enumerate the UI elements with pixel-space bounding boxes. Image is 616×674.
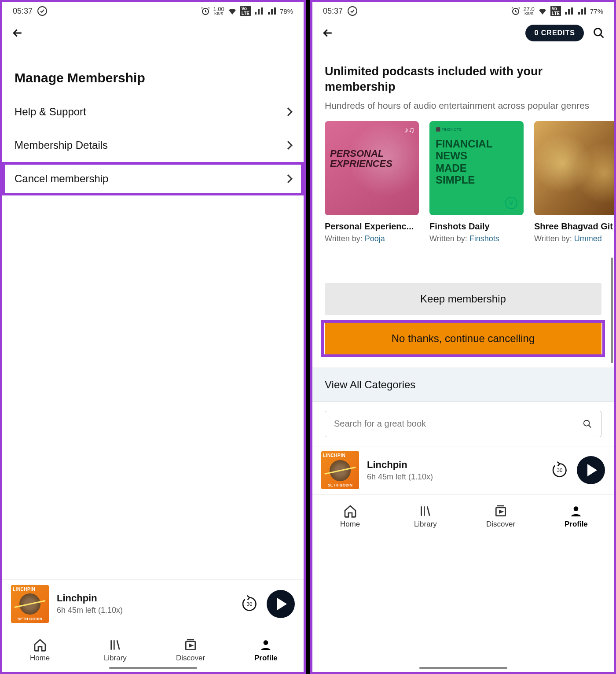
- library-icon: [108, 638, 122, 652]
- svg-point-0: [38, 7, 47, 15]
- bottom-nav: Home Library Discover Profile: [312, 494, 614, 538]
- page-title: Manage Membership: [2, 46, 304, 95]
- player-title: Linchpin: [57, 593, 123, 604]
- nav-profile[interactable]: Profile: [228, 628, 304, 672]
- play-icon: [587, 464, 597, 476]
- discover-icon: [494, 504, 508, 518]
- svg-point-11: [574, 506, 579, 511]
- player-cover: LINCHPIN SETH GODIN: [321, 451, 359, 489]
- svg-text:30: 30: [247, 601, 253, 607]
- podcast-cover: ⬛ FINSHOTS FINANCIAL NEWS MADE SIMPLE 🎙: [429, 121, 524, 215]
- play-icon: [277, 598, 287, 610]
- player-subtitle: 6h 45m left (1.10x): [367, 472, 433, 482]
- row-help-support[interactable]: Help & Support: [2, 95, 304, 129]
- volte-badge: VoLTE: [240, 6, 251, 16]
- network-speed: 27.0KB/S: [524, 6, 535, 16]
- alarm-icon: [200, 6, 211, 16]
- nav-library[interactable]: Library: [388, 495, 463, 538]
- home-icon: [33, 638, 47, 652]
- svg-text:30: 30: [557, 468, 563, 473]
- row-membership-details[interactable]: Membership Details: [2, 129, 304, 162]
- podcast-author: Written by: Pooja: [325, 234, 419, 243]
- podcast-card[interactable]: ⬛ FINSHOTS FINANCIAL NEWS MADE SIMPLE 🎙 …: [429, 121, 524, 243]
- podcast-cover: ♪♫ PERSONAL EXPRIENCES: [325, 121, 419, 215]
- podcast-title: Personal Experienc...: [325, 221, 419, 232]
- podcast-author: Written by: Ummed: [534, 234, 614, 243]
- back-icon[interactable]: [11, 26, 24, 40]
- network-speed: 1.00KB/S: [213, 6, 224, 16]
- svg-point-4: [264, 640, 268, 645]
- svg-point-7: [594, 29, 601, 36]
- skip-back-30-button[interactable]: 30: [240, 595, 259, 613]
- search-icon: [583, 419, 592, 429]
- row-label: Cancel membership: [15, 173, 108, 185]
- status-time: 05:37: [13, 7, 33, 16]
- play-button[interactable]: [577, 456, 605, 484]
- section-subtitle: Hundreds of hours of audio entertainment…: [312, 97, 614, 121]
- battery-percent: 78%: [280, 7, 293, 15]
- status-bar: 05:37 1.00KB/S VoLTE 78%: [2, 2, 304, 20]
- chevron-right-icon: [284, 174, 293, 183]
- status-check-icon: [37, 6, 48, 16]
- signal-icon: [564, 6, 574, 16]
- volte-badge: VoLTE: [550, 6, 561, 16]
- search-input[interactable]: [334, 419, 583, 429]
- navbar: 0 CREDITS: [312, 20, 614, 46]
- podcast-card[interactable]: Shree Bhagvad Git Written by: Ummed: [534, 121, 614, 243]
- wifi-icon: [227, 6, 238, 16]
- chevron-right-icon: [284, 107, 293, 116]
- nav-home[interactable]: Home: [2, 628, 77, 672]
- nav-discover[interactable]: Discover: [153, 628, 228, 672]
- podcast-title: Finshots Daily: [429, 221, 524, 232]
- player-cover: LINCHPIN SETH GODIN: [11, 585, 49, 623]
- nav-profile[interactable]: Profile: [539, 495, 614, 538]
- credits-pill[interactable]: 0 CREDITS: [525, 25, 584, 41]
- signal-icon: [253, 6, 264, 16]
- skip-back-30-button[interactable]: 30: [550, 461, 569, 479]
- podcast-author: Written by: Finshots: [429, 234, 524, 243]
- library-icon: [418, 504, 433, 518]
- now-playing-bar[interactable]: LINCHPIN SETH GODIN Linchpin 6h 45m left…: [312, 446, 614, 494]
- search-icon[interactable]: [593, 27, 605, 39]
- signal-icon-2: [577, 6, 587, 16]
- status-bar: 05:37 27.0KB/S VoLTE 77%: [312, 2, 614, 20]
- gesture-bar: [109, 667, 197, 669]
- chevron-right-icon: [284, 141, 293, 150]
- status-check-icon: [347, 6, 358, 16]
- bottom-nav: Home Library Discover Profile: [2, 628, 304, 672]
- status-time: 05:37: [323, 7, 343, 16]
- podcast-card[interactable]: ♪♫ PERSONAL EXPRIENCES Personal Experien…: [325, 121, 419, 243]
- player-subtitle: 6h 45m left (1.10x): [57, 606, 123, 615]
- now-playing-bar[interactable]: LINCHPIN SETH GODIN Linchpin 6h 45m left…: [2, 579, 304, 628]
- podcast-carousel[interactable]: ♪♫ PERSONAL EXPRIENCES Personal Experien…: [312, 121, 614, 243]
- discover-icon: [183, 638, 198, 652]
- svg-point-8: [584, 420, 590, 426]
- navbar: [2, 20, 304, 46]
- battery-percent: 77%: [590, 7, 603, 15]
- row-label: Help & Support: [15, 106, 86, 118]
- keep-membership-button[interactable]: Keep membership: [325, 283, 601, 315]
- microphone-icon: 🎙: [505, 197, 517, 209]
- podcast-cover: [534, 121, 614, 215]
- home-icon: [343, 504, 357, 518]
- profile-icon: [259, 638, 273, 652]
- play-button[interactable]: [267, 590, 295, 618]
- view-all-categories[interactable]: View All Categories: [312, 368, 614, 402]
- continue-cancelling-button[interactable]: No thanks, continue cancelling: [325, 323, 601, 354]
- wifi-icon: [537, 6, 548, 16]
- back-icon[interactable]: [321, 26, 334, 40]
- search-box[interactable]: [325, 411, 601, 437]
- nav-library[interactable]: Library: [77, 628, 153, 672]
- signal-icon-2: [267, 6, 277, 16]
- nav-home[interactable]: Home: [312, 495, 388, 538]
- alarm-icon: [510, 6, 521, 16]
- gesture-bar: [419, 667, 507, 669]
- screen-cancel-flow: 05:37 27.0KB/S VoLTE 77% 0 CREDITS Unlim…: [310, 0, 616, 674]
- player-title: Linchpin: [367, 459, 433, 471]
- screen-manage-membership: 05:37 1.00KB/S VoLTE 78% Manage Membersh…: [0, 0, 306, 674]
- svg-point-5: [348, 7, 357, 15]
- profile-icon: [569, 504, 583, 518]
- row-cancel-membership[interactable]: Cancel membership: [2, 162, 304, 195]
- scrollbar[interactable]: [611, 258, 613, 363]
- nav-discover[interactable]: Discover: [463, 495, 539, 538]
